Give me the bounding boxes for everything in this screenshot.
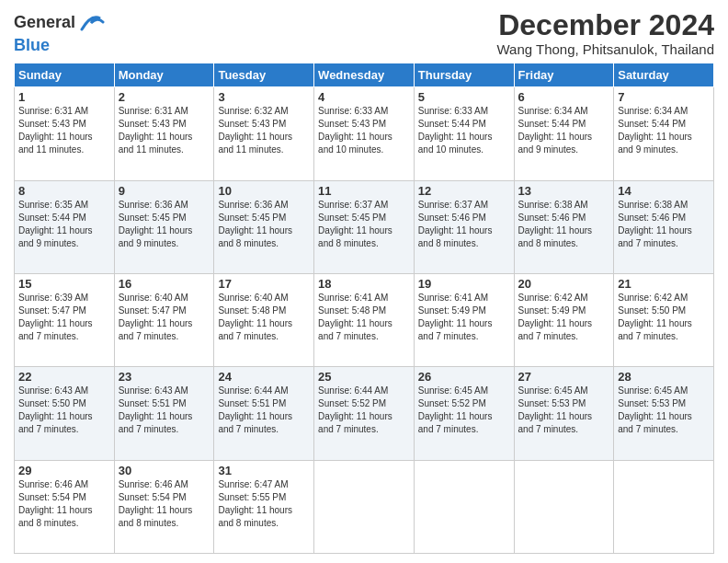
day-info: Sunrise: 6:34 AMSunset: 5:44 PMDaylight:… bbox=[518, 106, 593, 155]
logo-text-blue: Blue bbox=[14, 37, 105, 55]
page: General Blue December 2024 Wang Thong, P… bbox=[0, 0, 728, 563]
day-number: 2 bbox=[119, 90, 210, 104]
day-info: Sunrise: 6:40 AMSunset: 5:48 PMDaylight:… bbox=[218, 293, 292, 341]
day-number: 19 bbox=[418, 277, 510, 291]
day-number: 1 bbox=[18, 90, 110, 104]
day-number: 22 bbox=[18, 370, 110, 384]
calendar-row: 15 Sunrise: 6:39 AMSunset: 5:47 PMDaylig… bbox=[15, 273, 714, 366]
day-info: Sunrise: 6:43 AMSunset: 5:51 PMDaylight:… bbox=[119, 385, 193, 434]
day-number: 24 bbox=[218, 370, 310, 384]
table-row: 15 Sunrise: 6:39 AMSunset: 5:47 PMDaylig… bbox=[15, 273, 115, 366]
day-info: Sunrise: 6:47 AMSunset: 5:55 PMDaylight:… bbox=[218, 479, 292, 528]
col-monday: Monday bbox=[114, 63, 214, 87]
day-number: 11 bbox=[318, 184, 410, 198]
day-info: Sunrise: 6:42 AMSunset: 5:49 PMDaylight:… bbox=[518, 293, 593, 341]
table-row: 10 Sunrise: 6:36 AMSunset: 5:45 PMDaylig… bbox=[214, 180, 314, 273]
col-tuesday: Tuesday bbox=[214, 63, 314, 87]
col-friday: Friday bbox=[514, 63, 614, 87]
table-row: 22 Sunrise: 6:43 AMSunset: 5:50 PMDaylig… bbox=[15, 367, 115, 460]
table-row: 4 Sunrise: 6:33 AMSunset: 5:43 PMDayligh… bbox=[314, 87, 415, 180]
day-number: 23 bbox=[119, 370, 210, 384]
day-number: 17 bbox=[218, 277, 310, 291]
day-number: 3 bbox=[218, 90, 310, 104]
table-row: 2 Sunrise: 6:31 AMSunset: 5:43 PMDayligh… bbox=[114, 87, 214, 180]
day-info: Sunrise: 6:33 AMSunset: 5:44 PMDaylight:… bbox=[418, 106, 493, 155]
day-number: 20 bbox=[518, 277, 610, 291]
title-block: December 2024 Wang Thong, Phitsanulok, T… bbox=[496, 9, 714, 57]
day-number: 15 bbox=[18, 277, 110, 291]
day-info: Sunrise: 6:44 AMSunset: 5:52 PMDaylight:… bbox=[318, 385, 392, 434]
table-row bbox=[414, 460, 514, 553]
table-row: 31 Sunrise: 6:47 AMSunset: 5:55 PMDaylig… bbox=[214, 460, 314, 553]
day-number: 28 bbox=[618, 370, 710, 384]
table-row: 28 Sunrise: 6:45 AMSunset: 5:53 PMDaylig… bbox=[614, 367, 714, 460]
table-row: 14 Sunrise: 6:38 AMSunset: 5:46 PMDaylig… bbox=[614, 180, 714, 273]
table-row bbox=[614, 460, 714, 553]
day-info: Sunrise: 6:45 AMSunset: 5:52 PMDaylight:… bbox=[418, 385, 493, 434]
table-row: 6 Sunrise: 6:34 AMSunset: 5:44 PMDayligh… bbox=[514, 87, 614, 180]
day-info: Sunrise: 6:39 AMSunset: 5:47 PMDaylight:… bbox=[18, 293, 93, 341]
day-info: Sunrise: 6:31 AMSunset: 5:43 PMDaylight:… bbox=[119, 106, 193, 155]
table-row bbox=[314, 460, 415, 553]
day-info: Sunrise: 6:32 AMSunset: 5:43 PMDaylight:… bbox=[218, 106, 292, 155]
day-number: 7 bbox=[618, 90, 710, 104]
day-info: Sunrise: 6:38 AMSunset: 5:46 PMDaylight:… bbox=[518, 200, 593, 248]
day-info: Sunrise: 6:37 AMSunset: 5:46 PMDaylight:… bbox=[418, 200, 493, 248]
day-info: Sunrise: 6:46 AMSunset: 5:54 PMDaylight:… bbox=[119, 479, 193, 528]
table-row: 18 Sunrise: 6:41 AMSunset: 5:48 PMDaylig… bbox=[314, 273, 415, 366]
day-number: 14 bbox=[618, 184, 710, 198]
logo: General Blue bbox=[14, 9, 105, 55]
table-row: 17 Sunrise: 6:40 AMSunset: 5:48 PMDaylig… bbox=[214, 273, 314, 366]
col-saturday: Saturday bbox=[614, 63, 714, 87]
day-info: Sunrise: 6:45 AMSunset: 5:53 PMDaylight:… bbox=[618, 385, 692, 434]
header-row: Sunday Monday Tuesday Wednesday Thursday… bbox=[15, 63, 714, 87]
day-number: 29 bbox=[18, 464, 110, 477]
table-row: 7 Sunrise: 6:34 AMSunset: 5:44 PMDayligh… bbox=[614, 87, 714, 180]
table-row bbox=[514, 460, 614, 553]
table-row: 30 Sunrise: 6:46 AMSunset: 5:54 PMDaylig… bbox=[114, 460, 214, 553]
day-info: Sunrise: 6:40 AMSunset: 5:47 PMDaylight:… bbox=[119, 293, 193, 341]
day-info: Sunrise: 6:34 AMSunset: 5:44 PMDaylight:… bbox=[618, 106, 692, 155]
day-info: Sunrise: 6:45 AMSunset: 5:53 PMDaylight:… bbox=[518, 385, 593, 434]
day-number: 5 bbox=[418, 90, 510, 104]
day-info: Sunrise: 6:41 AMSunset: 5:49 PMDaylight:… bbox=[418, 293, 493, 341]
table-row: 13 Sunrise: 6:38 AMSunset: 5:46 PMDaylig… bbox=[514, 180, 614, 273]
day-info: Sunrise: 6:46 AMSunset: 5:54 PMDaylight:… bbox=[18, 479, 93, 528]
day-number: 25 bbox=[318, 370, 410, 384]
col-thursday: Thursday bbox=[414, 63, 514, 87]
calendar-row: 8 Sunrise: 6:35 AMSunset: 5:44 PMDayligh… bbox=[15, 180, 714, 273]
col-sunday: Sunday bbox=[15, 63, 115, 87]
day-number: 6 bbox=[518, 90, 610, 104]
calendar-subtitle: Wang Thong, Phitsanulok, Thailand bbox=[496, 41, 714, 57]
day-info: Sunrise: 6:38 AMSunset: 5:46 PMDaylight:… bbox=[618, 200, 692, 248]
calendar-row: 29 Sunrise: 6:46 AMSunset: 5:54 PMDaylig… bbox=[15, 460, 714, 553]
logo-text: General bbox=[14, 14, 75, 32]
table-row: 29 Sunrise: 6:46 AMSunset: 5:54 PMDaylig… bbox=[15, 460, 115, 553]
day-number: 4 bbox=[318, 90, 410, 104]
table-row: 1 Sunrise: 6:31 AMSunset: 5:43 PMDayligh… bbox=[15, 87, 115, 180]
day-info: Sunrise: 6:36 AMSunset: 5:45 PMDaylight:… bbox=[218, 200, 292, 248]
day-number: 21 bbox=[618, 277, 710, 291]
day-number: 27 bbox=[518, 370, 610, 384]
table-row: 24 Sunrise: 6:44 AMSunset: 5:51 PMDaylig… bbox=[214, 367, 314, 460]
table-row: 23 Sunrise: 6:43 AMSunset: 5:51 PMDaylig… bbox=[114, 367, 214, 460]
table-row: 26 Sunrise: 6:45 AMSunset: 5:52 PMDaylig… bbox=[414, 367, 514, 460]
table-row: 27 Sunrise: 6:45 AMSunset: 5:53 PMDaylig… bbox=[514, 367, 614, 460]
day-number: 16 bbox=[119, 277, 210, 291]
day-info: Sunrise: 6:37 AMSunset: 5:45 PMDaylight:… bbox=[318, 200, 392, 248]
col-wednesday: Wednesday bbox=[314, 63, 415, 87]
day-number: 30 bbox=[119, 464, 210, 477]
day-info: Sunrise: 6:33 AMSunset: 5:43 PMDaylight:… bbox=[318, 106, 392, 155]
table-row: 3 Sunrise: 6:32 AMSunset: 5:43 PMDayligh… bbox=[214, 87, 314, 180]
calendar-row: 22 Sunrise: 6:43 AMSunset: 5:50 PMDaylig… bbox=[15, 367, 714, 460]
day-number: 12 bbox=[418, 184, 510, 198]
table-row: 5 Sunrise: 6:33 AMSunset: 5:44 PMDayligh… bbox=[414, 87, 514, 180]
day-info: Sunrise: 6:43 AMSunset: 5:50 PMDaylight:… bbox=[18, 385, 93, 434]
calendar-table: Sunday Monday Tuesday Wednesday Thursday… bbox=[14, 63, 714, 554]
table-row: 12 Sunrise: 6:37 AMSunset: 5:46 PMDaylig… bbox=[414, 180, 514, 273]
day-info: Sunrise: 6:42 AMSunset: 5:50 PMDaylight:… bbox=[618, 293, 692, 341]
table-row: 21 Sunrise: 6:42 AMSunset: 5:50 PMDaylig… bbox=[614, 273, 714, 366]
table-row: 8 Sunrise: 6:35 AMSunset: 5:44 PMDayligh… bbox=[15, 180, 115, 273]
logo-icon bbox=[77, 9, 105, 37]
day-info: Sunrise: 6:35 AMSunset: 5:44 PMDaylight:… bbox=[18, 200, 93, 248]
